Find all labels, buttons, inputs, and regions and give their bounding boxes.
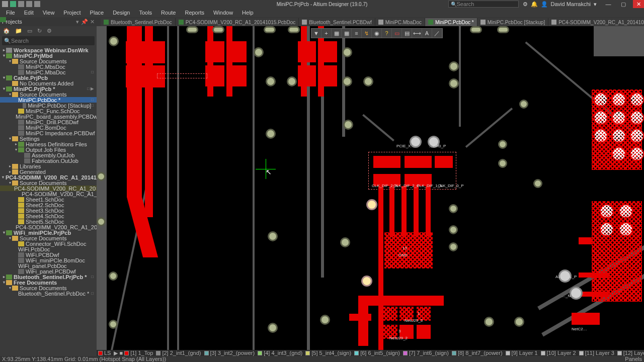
open-icon[interactable] — [18, 1, 24, 7]
line-icon[interactable]: ／ — [432, 29, 442, 38]
tree-item[interactable]: ▾Output Job Files — [0, 147, 97, 152]
user-area[interactable]: ⚙ 🔔 👤 David Marrakchi ▾ — [523, 1, 597, 8]
tree-item[interactable]: Sheet3.SchDoc — [0, 208, 97, 213]
tree-item[interactable]: MiniPC_Drill.PCBDwf — [0, 119, 97, 125]
minimize-button[interactable]: — — [603, 0, 614, 8]
tree-item[interactable]: ▸Harness Definitions Files — [0, 141, 97, 147]
layer-tab[interactable]: [3] 3_int2_(power) — [203, 350, 257, 356]
menu-help[interactable]: Help — [238, 9, 258, 17]
layer-tab[interactable]: [2] 2_int1_(gnd) — [154, 350, 202, 356]
dim-icon[interactable]: ⟷ — [412, 29, 422, 38]
document-tab[interactable]: MiniPC.MbaDoc — [375, 18, 425, 26]
tree-item[interactable]: ▾Cable.PrjPcb — [0, 75, 97, 80]
close-button[interactable]: ✕ — [633, 0, 644, 8]
tree-item[interactable]: Sheet1.SchDoc — [0, 197, 97, 202]
layer-tab[interactable]: LS — [97, 350, 112, 356]
pcb-editor[interactable]: ↖ PCIE_X……GR0_PCLK_DIF_2_NCLK_DIF_2_PCLK… — [97, 26, 644, 350]
layer-tab[interactable]: [6] 6_int5_(sign) — [353, 350, 401, 356]
tree-item[interactable]: Sheet2.SchDoc — [0, 202, 97, 208]
layer-tab[interactable]: [8] 8_int7_(power) — [450, 350, 504, 356]
document-tab[interactable]: Bluetooth_Sentinel.PCBDwf — [299, 18, 375, 26]
tree-item[interactable]: ▾PC4-SODIMM_V200_RC_A1_201410 — [0, 174, 97, 180]
rect-icon[interactable]: ▭ — [392, 29, 402, 38]
tree-item[interactable]: Fabrication.OutJob — [0, 158, 97, 163]
menu-tools[interactable]: Tools — [135, 9, 156, 17]
document-tab[interactable]: MiniPC.PcbDoc [Stackup] — [477, 18, 549, 26]
grid2-icon[interactable]: ▦ — [342, 29, 352, 38]
layer-icon[interactable]: ▤ — [402, 29, 412, 38]
save-icon[interactable] — [10, 1, 16, 7]
layer-tab[interactable]: [9] Layer 1 — [504, 350, 539, 356]
plus-icon[interactable]: + — [321, 29, 332, 38]
document-tab[interactable]: Bluetooth_Sentinel.PcbDoc — [101, 18, 176, 26]
tree-item[interactable]: Sheet5.SchDoc — [0, 219, 97, 224]
layer-tab[interactable]: [11] Layer 3 — [578, 350, 616, 356]
folder-icon[interactable]: 📁 — [15, 28, 22, 34]
tree-item[interactable]: PC4-SODIMM_V200_RC_A1_2□ — [0, 191, 97, 197]
tree-item[interactable]: MiniPC Impedance.PCBDwf — [0, 130, 97, 136]
chevron-down-icon[interactable]: ▾ — [594, 1, 597, 8]
tree-item[interactable]: MiniPC.PcbDoc *□ — [0, 97, 97, 103]
tree-item[interactable]: ▾Source Documents — [0, 58, 97, 64]
tree-item[interactable]: ▾Source Documents — [0, 180, 97, 186]
layer-tab[interactable]: [12] Layer 4 — [616, 350, 644, 356]
tree-item[interactable]: WiFi.PcbDoc — [0, 246, 97, 252]
tree-item[interactable]: ▸Generated — [0, 169, 97, 174]
panel-search[interactable]: 🔍 Search — [2, 36, 95, 45]
tree-item[interactable]: ▸Workspace Webinar.DsnWrk — [0, 47, 97, 53]
filter-icon[interactable]: ▼ — [311, 29, 321, 38]
tree-item[interactable]: MiniPC_board_assembly.PCBDwf — [0, 114, 97, 119]
menu-route[interactable]: Route — [157, 9, 180, 17]
component-icon[interactable]: ▭ — [27, 28, 32, 34]
global-search[interactable]: 🔍 Search — [448, 1, 519, 8]
tree-item[interactable]: MiniPC.BomDoc — [0, 125, 97, 130]
bell-icon[interactable]: 🔔 — [531, 1, 538, 8]
tree-item[interactable]: WiFi_panel.PcbDoc — [0, 263, 97, 268]
menu-reports[interactable]: Reports — [181, 9, 208, 17]
tree-item[interactable]: ▾Source Documents — [0, 235, 97, 241]
gear-icon[interactable]: ⚙ — [523, 1, 528, 8]
tree-item[interactable]: ▾Settings — [0, 136, 97, 141]
menu-file[interactable]: File — [2, 9, 19, 17]
layer-tab[interactable]: [4] 4_int3_(gnd) — [256, 350, 304, 356]
tree-item[interactable]: Assembly.OutJob — [0, 152, 97, 158]
tree-item[interactable]: Connector_WiFi.SchDoc — [0, 241, 97, 246]
tree-item[interactable]: PC4-SODIMM_V200_RC_A1_20□ — [0, 186, 97, 191]
menu-design[interactable]: Design — [109, 9, 134, 17]
route-icon[interactable]: ↯ — [362, 29, 372, 38]
layer-tab[interactable]: [10] Layer 2 — [539, 350, 578, 356]
refresh-icon[interactable]: ↻ — [37, 28, 42, 34]
layer-tabs[interactable]: LS▶ ■ [1] 1_Top[2] 2_int1_(gnd)[3] 3_int… — [97, 350, 644, 356]
tree-item[interactable]: PC4-SODIMM_V200_RC_A1_20 — [0, 224, 97, 230]
home-icon[interactable]: 🏠 — [3, 28, 10, 34]
document-tab[interactable]: MiniPC.PcbDoc * — [425, 18, 477, 26]
tree-item[interactable]: WiFi_panel.PCBDwf — [0, 268, 97, 274]
menu-place[interactable]: Place — [86, 9, 108, 17]
tree-item[interactable]: Sheet4.SchDoc — [0, 213, 97, 219]
via-icon[interactable]: ◉ — [372, 29, 382, 38]
tree-item[interactable]: No Documents Added — [0, 80, 97, 86]
tree-item[interactable]: ▾WiFi_miniPCIe.PrjPcb — [0, 230, 97, 235]
menu-edit[interactable]: Edit — [20, 9, 38, 17]
layer-tab[interactable]: ▶ ■ [1] 1_Top — [112, 350, 154, 356]
document-tab[interactable]: PC4-SODIMM_V200_RC_A1_20141015.PcbDoc — [176, 18, 299, 26]
menu-view[interactable]: View — [39, 9, 59, 17]
settings-icon[interactable]: ⚙ — [47, 28, 52, 34]
panel-header[interactable]: Projects ▾📌✕ — [0, 17, 97, 26]
undo-icon[interactable] — [26, 1, 32, 7]
tree-item[interactable]: ▾Source Documents — [0, 285, 97, 291]
tree-item[interactable]: ▾Source Documents — [0, 92, 97, 97]
tree-item[interactable]: MiniPC.PcbDoc [Stackup]□ — [0, 103, 97, 108]
tree-item[interactable]: WiFi_miniPCIe.BomDoc — [0, 257, 97, 263]
maximize-button[interactable]: ▢ — [618, 0, 629, 8]
tree-item[interactable]: MiniPC.MbaDoc□ — [0, 69, 97, 75]
redo-icon[interactable] — [34, 1, 40, 7]
menu-project[interactable]: Project — [59, 9, 85, 17]
tree-item[interactable]: MiniPC_Func.SchDoc — [0, 108, 97, 114]
tree-item[interactable]: ▸Bluetooth_Sentinel.PrjPcb *□ — [0, 274, 97, 280]
layer-tab[interactable]: [7] 7_int6_(sign) — [401, 350, 450, 356]
tree-item[interactable]: MiniPC.MbsDoc — [0, 64, 97, 69]
info-icon[interactable]: ? — [382, 29, 392, 38]
align-icon[interactable]: ≡ — [352, 29, 362, 38]
text-icon[interactable]: A — [422, 29, 432, 38]
